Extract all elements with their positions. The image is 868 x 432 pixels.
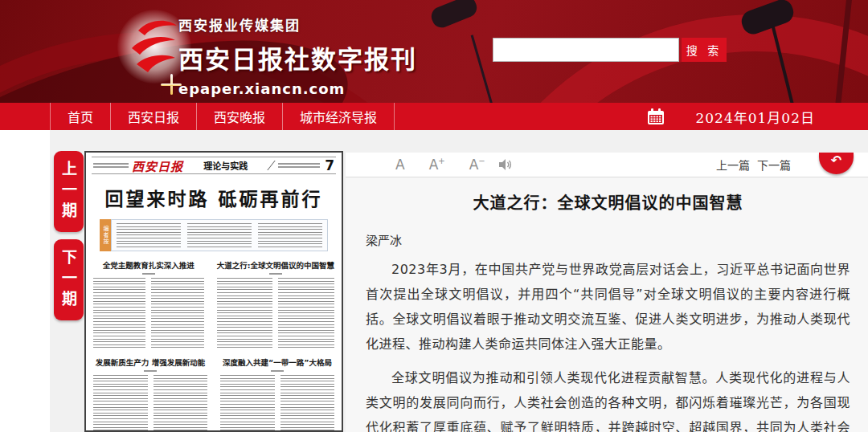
- left-margin: [0, 130, 50, 432]
- paper-article-title: 深度融入共建“一带一路”大格局: [220, 357, 334, 368]
- font-size-normal-button[interactable]: A: [395, 157, 405, 173]
- nav-item-city-economic-herald[interactable]: 城市经济导报: [283, 103, 395, 130]
- next-article-button[interactable]: 下一篇: [757, 157, 791, 173]
- paper-article: 大道之行:全球文明倡议的中国智慧: [217, 259, 334, 348]
- nav-right: 2024年01月02日: [647, 103, 868, 130]
- paper-header: 西安日报 理论与实践 7: [92, 157, 336, 174]
- paper-article-title: 全党主题教育扎实深入推进: [93, 259, 204, 271]
- back-arrow-icon: ↶: [831, 153, 841, 169]
- microphone-icon: [428, 0, 480, 31]
- microphone-icon: [739, 0, 796, 37]
- decor-pole: [835, 0, 853, 103]
- article-panel: A A+ A− 上一篇 下一篇 ↶ 大道之行：全球文明倡议的中国智慧 梁严冰 2…: [346, 153, 868, 432]
- previous-issue-button[interactable]: 上一期: [54, 151, 84, 232]
- paper-main-headline: 回望来时路 砥砺再前行: [92, 184, 336, 211]
- search-button[interactable]: 搜 索: [682, 38, 727, 62]
- paper-info-left: [93, 161, 129, 169]
- article-paragraph: 全球文明倡议为推动和引领人类现代化进程贡献智慧。人类现代化的进程与人类文明的发展…: [366, 365, 850, 432]
- logo-swirl-icon: [127, 18, 182, 75]
- paper-article-author: [144, 370, 157, 372]
- paper-articles-row-2: 发展新质生产力 增强发展新动能 深度融入共建“一带一路”大格局: [93, 357, 334, 431]
- newsprint-text-block: [220, 375, 334, 431]
- search-input[interactable]: [493, 38, 679, 62]
- paper-section-title: 理论与实践: [203, 159, 248, 172]
- brand-block: 西安报业传媒集团 西安日报社数字报刊 epaper.xiancn.com: [178, 14, 417, 97]
- article-toolbar: A A+ A− 上一篇 下一篇 ↶: [346, 153, 868, 177]
- paper-page-number: 7: [325, 157, 334, 173]
- newsprint-text-block: [93, 278, 204, 348]
- paper-slash-rule: [247, 161, 275, 170]
- article-author: 梁严冰: [366, 231, 850, 248]
- paper-article: 深度融入共建“一带一路”大格局: [220, 357, 334, 431]
- paper-masthead: 西安日报: [132, 157, 183, 174]
- microphone-stand: [772, 26, 794, 103]
- paper-article-title: 大道之行:全球文明倡议的中国智慧: [217, 259, 334, 271]
- font-size-increase-button[interactable]: A+: [429, 157, 445, 173]
- paper-article: 发展新质生产力 增强发展新动能: [93, 357, 207, 431]
- font-decrease-label: A: [469, 157, 479, 173]
- site-url: epaper.xiancn.com: [178, 80, 417, 97]
- calendar-icon[interactable]: [647, 108, 665, 125]
- back-button[interactable]: ↶: [819, 153, 854, 174]
- site-title: 西安日报社数字报刊: [178, 39, 417, 75]
- nav-item-xian-daily[interactable]: 西安日报: [111, 103, 197, 130]
- site-header: 西安报业传媒集团 西安日报社数字报刊 epaper.xiancn.com 搜 索: [0, 0, 868, 103]
- font-size-decrease-button[interactable]: A−: [469, 157, 485, 173]
- minus-sign: −: [478, 157, 485, 165]
- editor-note-text: [111, 219, 328, 251]
- paper-article-title: 发展新质生产力 增强发展新动能: [93, 357, 207, 368]
- main-nav: 首页 西安日报 西安晚报 城市经济导报 2024年01月02日: [0, 103, 868, 130]
- newsprint-text-block: [93, 375, 207, 431]
- editor-note-label: 编者按: [100, 219, 111, 251]
- issue-date: 2024年01月02日: [695, 107, 815, 127]
- search-box: 搜 索: [493, 38, 727, 62]
- article-title: 大道之行：全球文明倡议的中国智慧: [366, 190, 850, 214]
- editor-note: 编者按: [100, 219, 328, 251]
- article-content: 大道之行：全球文明倡议的中国智慧 梁严冰 2023年3月，在中国共产党与世界政党…: [346, 177, 868, 432]
- previous-article-button[interactable]: 上一篇: [716, 157, 750, 173]
- microphone-stand: [471, 35, 493, 103]
- paper-article-author: [271, 370, 284, 372]
- article-paragraph: 2023年3月，在中国共产党与世界政党高层对话会上，习近平总书记面向世界首次提出…: [366, 257, 850, 357]
- nav-item-home[interactable]: 首页: [50, 103, 111, 130]
- paper-article: 全党主题教育扎实深入推进: [93, 259, 204, 348]
- paper-articles-row-1: 全党主题教育扎实深入推进 大道之行:全球文明倡议的中国智慧: [93, 259, 334, 348]
- article-nav-links: 上一篇 下一篇: [716, 157, 791, 173]
- plus-sign: +: [438, 157, 444, 165]
- font-increase-label: A: [429, 157, 439, 173]
- main-area: 上一期 下一期 西安日报 理论与实践 7 回望来时路 砥砺再前行 编者按 全党主…: [0, 130, 868, 432]
- newspaper-page-thumbnail[interactable]: 西安日报 理论与实践 7 回望来时路 砥砺再前行 编者按 全党主题教育扎实深入推…: [84, 151, 343, 432]
- paper-article-author: [142, 273, 155, 275]
- paper-article-author: [269, 273, 282, 275]
- nav-items: 首页 西安日报 西安晚报 城市经济导报: [50, 103, 395, 130]
- read-aloud-speaker-icon[interactable]: [498, 158, 514, 171]
- paper-info-right: [278, 161, 320, 169]
- brand-group-name: 西安报业传媒集团: [178, 14, 417, 35]
- newsprint-text-block: [217, 278, 334, 348]
- next-issue-button[interactable]: 下一期: [54, 239, 84, 320]
- nav-item-xian-evening[interactable]: 西安晚报: [197, 103, 283, 130]
